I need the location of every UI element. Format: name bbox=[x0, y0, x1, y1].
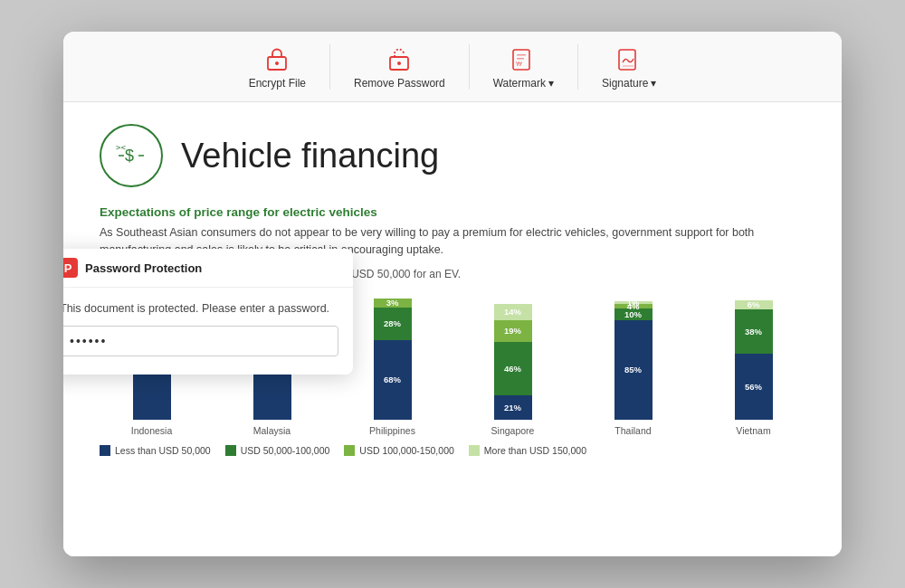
legend-color-box bbox=[100, 445, 110, 456]
divider-2 bbox=[469, 44, 470, 90]
bar-group-singapore: 21%46%19%14%Singapore bbox=[461, 304, 565, 436]
svg-text:$: $ bbox=[125, 147, 134, 165]
svg-rect-5 bbox=[517, 54, 526, 56]
bar-segment: 46% bbox=[494, 342, 532, 395]
bar-segment: 19% bbox=[494, 320, 532, 342]
encrypt-icon bbox=[262, 44, 291, 73]
bar-segment: 28% bbox=[374, 308, 412, 340]
encrypt-file-button[interactable]: Encrypt File bbox=[236, 39, 319, 95]
signature-label: Signature bbox=[602, 77, 648, 90]
bar-label: Singapore bbox=[491, 425, 535, 436]
dialog-pdf-icon: P bbox=[63, 258, 78, 278]
legend-color-box bbox=[225, 445, 236, 456]
bar-segment: 21% bbox=[494, 395, 532, 420]
watermark-arrow: ▾ bbox=[548, 77, 554, 90]
signature-arrow: ▾ bbox=[651, 77, 656, 90]
bar-segment: 85% bbox=[614, 320, 653, 420]
signature-icon bbox=[614, 44, 643, 73]
watermark-button[interactable]: W Watermark ▾ bbox=[481, 39, 567, 95]
legend-label: Less than USD 50,000 bbox=[115, 445, 211, 456]
bar-group-philippines: 68%28%3%Philippines bbox=[340, 299, 444, 436]
doc-header: >< $ Vehicle financing bbox=[100, 124, 805, 187]
svg-point-3 bbox=[397, 62, 401, 65]
legend-label: More than USD 150,000 bbox=[484, 445, 586, 456]
doc-title: Vehicle financing bbox=[181, 137, 439, 175]
dialog-body: This document is protected. Please enter… bbox=[63, 288, 353, 375]
dialog-title: Password Protection bbox=[85, 261, 202, 275]
bar-label: Vietnam bbox=[736, 425, 770, 436]
legend-label: USD 50,000-100,000 bbox=[241, 445, 330, 456]
password-input[interactable] bbox=[63, 326, 338, 356]
bar-segment: 14% bbox=[494, 304, 532, 320]
svg-rect-8 bbox=[517, 62, 522, 64]
svg-rect-6 bbox=[517, 58, 524, 60]
main-window: Encrypt File Remove Password bbox=[63, 32, 842, 556]
remove-password-label: Remove Password bbox=[354, 77, 445, 90]
doc-logo: >< $ bbox=[100, 124, 163, 187]
bar-label: Indonesia bbox=[131, 425, 173, 436]
bar-group-thailand: 85%10%4%1%Thailand bbox=[581, 301, 685, 436]
bar-segment: 6% bbox=[735, 300, 773, 309]
legend-color-box bbox=[469, 445, 480, 456]
password-dialog: P Password Protection This document is p… bbox=[63, 249, 353, 375]
bar-segment: 3% bbox=[374, 299, 412, 308]
divider-1 bbox=[329, 44, 330, 90]
signature-label-group: Signature ▾ bbox=[602, 77, 656, 90]
legend-color-box bbox=[344, 445, 355, 456]
legend-item: Less than USD 50,000 bbox=[100, 445, 211, 456]
signature-button[interactable]: Signature ▾ bbox=[589, 39, 669, 95]
svg-point-1 bbox=[275, 62, 279, 65]
legend-item: More than USD 150,000 bbox=[469, 445, 586, 456]
divider-3 bbox=[577, 44, 578, 90]
bar-group-vietnam: 56%38%6%Vietnam bbox=[701, 300, 805, 436]
encrypt-label: Encrypt File bbox=[249, 77, 306, 90]
section-heading: Expectations of price range for electric… bbox=[100, 205, 805, 219]
bar-label: Thailand bbox=[614, 425, 651, 436]
remove-password-button[interactable]: Remove Password bbox=[341, 39, 458, 95]
watermark-label: Watermark bbox=[493, 77, 546, 90]
chart-legend: Less than USD 50,000USD 50,000-100,000US… bbox=[100, 445, 805, 456]
bar-label: Philippines bbox=[369, 425, 415, 436]
legend-item: USD 50,000-100,000 bbox=[225, 445, 330, 456]
legend-item: USD 100,000-150,000 bbox=[344, 445, 454, 456]
dialog-titlebar: P Password Protection bbox=[63, 249, 353, 288]
watermark-icon: W bbox=[509, 44, 538, 73]
watermark-label-group: Watermark ▾ bbox=[493, 77, 554, 90]
remove-password-icon bbox=[385, 44, 414, 73]
bar-segment: 38% bbox=[735, 309, 773, 354]
dialog-message: This document is protected. Please enter… bbox=[63, 302, 338, 315]
bar-segment: 56% bbox=[735, 354, 773, 420]
bar-segment: 1% bbox=[614, 301, 653, 304]
bar-label: Malaysia bbox=[253, 425, 291, 436]
bar-segment: 68% bbox=[374, 340, 412, 420]
legend-label: USD 100,000-150,000 bbox=[359, 445, 454, 456]
toolbar: Encrypt File Remove Password bbox=[63, 32, 842, 102]
